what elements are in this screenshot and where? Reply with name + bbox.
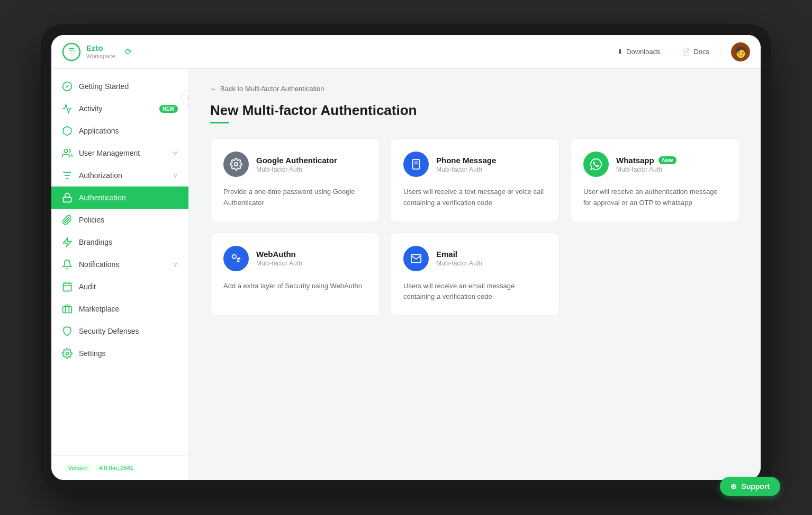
avatar[interactable]: 🧑 (731, 42, 750, 61)
sidebar-item-label: Authorization (79, 171, 167, 180)
card-webauthn[interactable]: WebAuthn Multi-factor Auth Add a extra l… (210, 233, 380, 316)
sidebar-item-user-management[interactable]: User Management ∨ (51, 142, 188, 164)
card-title: Whatsapp New (616, 156, 676, 165)
card-header: Phone Message Multi-factor Auth (403, 152, 546, 177)
sidebar-item-label: Applications (79, 127, 178, 135)
card-title: WebAuthn (256, 250, 302, 259)
sidebar-item-label: User Management (79, 149, 167, 157)
docs-icon: 📄 (682, 48, 690, 56)
card-header: Whatsapp New Multi-factor Auth (583, 152, 726, 177)
back-link[interactable]: ← Back to Multi-factor Authentication (210, 85, 739, 93)
svg-point-17 (232, 254, 236, 258)
email-icon (403, 246, 429, 271)
sidebar-item-label: Authentication (79, 193, 178, 202)
svg-rect-8 (64, 283, 71, 291)
sidebar-item-audit[interactable]: Audit (51, 276, 188, 298)
refresh-icon[interactable]: ⟳ (125, 47, 132, 57)
card-description: Users will receive an email message cont… (403, 281, 546, 303)
back-link-text: Back to Multi-factor Authentication (220, 85, 324, 93)
docs-button[interactable]: 📄 Docs (682, 48, 709, 56)
card-title-group: Phone Message Multi-factor Auth (436, 156, 496, 173)
chevron-icon: ∨ (173, 172, 178, 179)
version-label: Version (65, 464, 91, 472)
app-window: Ezto Workspace ⟳ ⬇ Downloads 📄 Docs 🧑 (51, 35, 761, 480)
chevron-icon: ∨ (173, 149, 178, 157)
check-circle-icon (62, 81, 73, 92)
bell-icon (62, 259, 73, 270)
header-logo: Ezto Workspace ⟳ (62, 42, 178, 61)
sidebar-item-label: Security Defenses (79, 327, 178, 335)
support-button[interactable]: ⊕ Support (720, 477, 780, 496)
sidebar-item-policies[interactable]: Policies (51, 209, 188, 231)
sidebar-item-security-defenses[interactable]: Security Defenses (51, 320, 188, 342)
sidebar-item-activity[interactable]: Activity NEW (51, 97, 188, 120)
google-auth-icon (223, 152, 249, 177)
svg-rect-6 (64, 197, 71, 202)
download-icon: ⬇ (617, 48, 623, 56)
phone-message-icon (403, 152, 429, 177)
card-subtitle: Multi-factor Auth (436, 166, 496, 173)
card-subtitle: Multi-factor Auth (616, 166, 676, 173)
users-icon (62, 148, 73, 158)
header-actions: ⬇ Downloads 📄 Docs 🧑 (617, 42, 750, 61)
card-subtitle: Multi-factor Auth (436, 260, 482, 267)
header-divider-2 (720, 47, 720, 57)
card-header: Email Multi-factor Auth (403, 246, 546, 271)
sidebar-item-label: Notifications (79, 260, 167, 269)
card-header: Google Authenticator Multi-factor Auth (223, 152, 366, 177)
sidebar-item-notifications[interactable]: Notifications ∨ (51, 253, 188, 276)
card-phone-message[interactable]: Phone Message Multi-factor Auth Users wi… (390, 138, 560, 222)
title-underline (210, 122, 229, 123)
card-title: Email (436, 250, 482, 259)
back-arrow-icon: ← (210, 85, 217, 93)
svg-point-2 (64, 149, 68, 153)
whatsapp-icon (583, 152, 609, 177)
card-whatsapp[interactable]: Whatsapp New Multi-factor Auth User will… (570, 138, 739, 222)
device-frame: Ezto Workspace ⟳ ⬇ Downloads 📄 Docs 🧑 (41, 24, 771, 491)
webauthn-icon (223, 246, 249, 271)
logo-name: Ezto (86, 44, 115, 53)
card-title: Google Authenticator (256, 156, 337, 165)
card-email[interactable]: Email Multi-factor Auth Users will recei… (390, 233, 560, 316)
content-area: ← Back to Multi-factor Authentication Ne… (189, 69, 761, 480)
sidebar-item-brandings[interactable]: Brandings (51, 231, 188, 253)
card-subtitle: Multi-factor Auth (256, 260, 302, 267)
sidebar-item-applications[interactable]: Applications (51, 120, 188, 142)
filter-icon (62, 170, 73, 181)
sidebar-item-authorization[interactable]: Authorization ∨ (51, 164, 188, 187)
lightning-icon (62, 237, 73, 247)
logo-sub: Workspace (86, 53, 115, 59)
box-icon (62, 126, 73, 136)
card-title: Phone Message (436, 156, 496, 165)
svg-point-13 (66, 352, 69, 355)
sidebar-version: Version 4.0.0-rc.2841 (51, 455, 188, 480)
briefcase-icon (62, 304, 73, 314)
sidebar-item-label: Brandings (79, 238, 178, 246)
sidebar-nav: Getting Started Activity NEW (51, 69, 188, 455)
header: Ezto Workspace ⟳ ⬇ Downloads 📄 Docs 🧑 (51, 35, 761, 69)
sidebar-item-authentication[interactable]: Authentication (51, 187, 188, 209)
shield-icon (62, 326, 73, 336)
support-icon: ⊕ (730, 482, 737, 491)
downloads-button[interactable]: ⬇ Downloads (617, 48, 660, 56)
svg-rect-12 (63, 307, 72, 313)
sidebar-item-marketplace[interactable]: Marketplace (51, 298, 188, 320)
card-google-authenticator[interactable]: Google Authenticator Multi-factor Auth P… (210, 138, 380, 222)
card-title-group: WebAuthn Multi-factor Auth (256, 250, 302, 267)
card-subtitle: Multi-factor Auth (256, 166, 337, 173)
sidebar-item-label: Audit (79, 282, 178, 291)
card-title-group: Whatsapp New Multi-factor Auth (616, 156, 676, 173)
sidebar-item-settings[interactable]: Settings (51, 342, 188, 365)
sidebar-item-label: Marketplace (79, 305, 178, 313)
sidebar-item-label: Getting Started (79, 82, 178, 91)
page-title: New Multi-factor Authentication (210, 102, 739, 119)
sidebar-item-getting-started[interactable]: Getting Started (51, 75, 188, 97)
svg-marker-7 (64, 238, 71, 247)
new-badge: New (658, 156, 677, 164)
card-title-group: Email Multi-factor Auth (436, 250, 482, 267)
svg-point-0 (63, 43, 80, 60)
main-layout: ‹ Getting Started (51, 69, 761, 480)
new-badge: NEW (159, 105, 178, 113)
card-description: User will receive an authentication mess… (583, 187, 726, 209)
support-label: Support (741, 482, 770, 491)
